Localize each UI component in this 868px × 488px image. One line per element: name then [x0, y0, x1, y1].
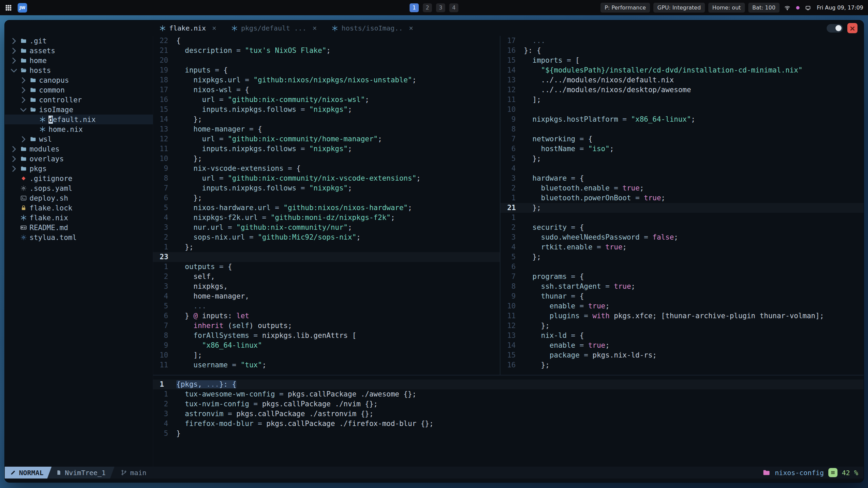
code-line[interactable]: 3 nixpkgs, — [153, 282, 500, 291]
code-line[interactable]: 12 ../../modules/nixos/desktop/awesome — [500, 85, 864, 95]
code-line[interactable]: 9 nix-vscode-extensions = { — [153, 164, 500, 174]
code-line[interactable]: 8 ssh.startAgent = true; — [500, 282, 864, 291]
code-line[interactable]: 23 — [153, 252, 500, 262]
code-line[interactable]: 12 }; — [500, 321, 864, 331]
tree-dir-assets[interactable]: assets — [5, 46, 153, 56]
code-line[interactable]: 14 "${modulesPath}/installer/cd-dvd/inst… — [500, 65, 864, 75]
tree-dir-pkgs[interactable]: pkgs — [5, 164, 153, 174]
code-line[interactable]: 14 enable = true; — [500, 341, 864, 350]
code-line[interactable]: 13 ../../modules/nixos/default.nix — [500, 75, 864, 85]
tree-file--gitignore[interactable]: .gitignore — [5, 174, 153, 183]
code-line[interactable]: 8 — [500, 124, 864, 134]
code-line[interactable]: 20 — [153, 56, 500, 65]
tree-dir-canopus[interactable]: canopus — [5, 75, 153, 85]
code-line[interactable]: 6 } @ inputs: let — [153, 311, 500, 321]
code-line[interactable]: 4 — [500, 164, 864, 174]
tab-pkgs-default-[interactable]: pkgs/default ...× — [229, 24, 319, 32]
tree-file--sops-yaml[interactable]: .sops.yaml — [5, 183, 153, 193]
code-line[interactable]: 7 networking = { — [500, 134, 864, 144]
code-line[interactable]: 9 thunar = { — [500, 291, 864, 301]
code-line[interactable]: 15 inputs.nixpkgs.follows = "nixpkgs"; — [153, 105, 500, 115]
code-line[interactable]: 6 hostName = "iso"; — [500, 144, 864, 154]
code-line[interactable]: 10 }; — [153, 154, 500, 164]
code-line[interactable]: 6 }; — [153, 193, 500, 203]
code-line[interactable]: 1 outputs = { — [153, 262, 500, 272]
apps-launcher-icon[interactable] — [5, 4, 12, 12]
code-line[interactable]: 10 — [500, 105, 864, 115]
code-line[interactable]: 16 }; — [500, 360, 864, 370]
code-line[interactable]: 14 }; — [153, 115, 500, 124]
pin-toggle[interactable] — [827, 24, 843, 33]
tree-file-stylua-toml[interactable]: stylua.toml — [5, 232, 153, 242]
tree-dir-hosts[interactable]: hosts — [5, 65, 153, 75]
tab-close-icon[interactable]: × — [409, 24, 413, 32]
code-line[interactable]: 5 }; — [500, 154, 864, 164]
code-line[interactable]: 7 inputs.nixpkgs.follows = "nixpkgs"; — [153, 183, 500, 193]
code-line[interactable]: 19 inputs = { — [153, 65, 500, 75]
tree-dir-wsl[interactable]: wsl — [5, 134, 153, 144]
close-window-button[interactable]: × — [847, 23, 857, 33]
tree-file-flake-lock[interactable]: flake.lock — [5, 203, 153, 213]
workspace-3[interactable]: 3 — [436, 3, 445, 12]
tree-dir-overlays[interactable]: overlays — [5, 154, 153, 164]
tray-icon[interactable] — [805, 5, 811, 11]
code-line[interactable]: 4 rtkit.enable = true; — [500, 242, 864, 252]
code-line[interactable]: 1 tux-awesome-wm-config = pkgs.callPacka… — [153, 389, 864, 399]
code-line[interactable]: 3 sudo.wheelNeedsPassword = false; — [500, 232, 864, 242]
code-line[interactable]: 13 nix-ld = { — [500, 331, 864, 341]
tab-flake-nix[interactable]: flake.nix× — [157, 24, 219, 32]
workspace-2[interactable]: 2 — [423, 3, 432, 12]
code-line[interactable]: 3 astronvim = pkgs.callPackage ./astronv… — [153, 409, 864, 419]
code-line[interactable]: 3 nur.url = "github:nix-community/nur"; — [153, 223, 500, 232]
code-line[interactable]: 12 url = "github:nix-community/home-mana… — [153, 134, 500, 144]
tree-file-flake-nix[interactable]: flake.nix — [5, 213, 153, 223]
tree-dir-isoimage[interactable]: isoImage — [5, 105, 153, 115]
code-line[interactable]: 2 self, — [153, 272, 500, 282]
code-line[interactable]: 1 bluetooth.powerOnBoot = true; — [500, 193, 864, 203]
code-line[interactable]: 16 url = "github:nix-community/nixos-wsl… — [153, 95, 500, 105]
code-line[interactable]: 22{ — [153, 36, 500, 46]
code-line[interactable]: 4 home-manager, — [153, 291, 500, 301]
code-line[interactable]: 4 nixpkgs-f2k.url = "github:moni-dz/nixp… — [153, 213, 500, 223]
code-line[interactable]: 1 }; — [153, 242, 500, 252]
code-line[interactable]: 9 nixpkgs.hostPlatform = "x86_64-linux"; — [500, 115, 864, 124]
code-line[interactable]: 1{pkgs, ...}: { — [153, 380, 864, 389]
code-line[interactable]: 8 forAllSystems = nixpkgs.lib.genAttrs [ — [153, 331, 500, 341]
code-line[interactable]: 21 description = "tux's NixOS Flake"; — [153, 46, 500, 56]
code-line[interactable]: 1 — [500, 213, 864, 223]
code-line[interactable]: 17 ... — [500, 36, 864, 46]
code-line[interactable]: 3 hardware = { — [500, 174, 864, 183]
tab-close-icon[interactable]: × — [212, 24, 216, 32]
code-line[interactable]: 11 inputs.nixpkgs.follows = "nixpkgs"; — [153, 144, 500, 154]
code-line[interactable]: 17 nixos-wsl = { — [153, 85, 500, 95]
tree-file-home-nix[interactable]: home.nix — [5, 124, 153, 134]
code-line[interactable]: 2 security = { — [500, 223, 864, 232]
code-line[interactable]: 11 ]; — [500, 95, 864, 105]
code-line[interactable]: 5 }; — [500, 252, 864, 262]
code-line[interactable]: 9 "x86_64-linux" — [153, 341, 500, 350]
code-line[interactable]: 5 nixos-hardware.url = "github:nixos/nix… — [153, 203, 500, 213]
code-line[interactable]: 18 nixpkgs.url = "github:nixos/nixpkgs/n… — [153, 75, 500, 85]
tree-dir-home[interactable]: home — [5, 56, 153, 65]
code-line[interactable]: 4 firefox-mod-blur = pkgs.callPackage ./… — [153, 419, 864, 429]
tree-file-deploy-sh[interactable]: deploy.sh — [5, 193, 153, 203]
code-line[interactable]: 8 url = "github:nix-community/nix-vscode… — [153, 174, 500, 183]
code-line[interactable]: 7 programs = { — [500, 272, 864, 282]
code-line[interactable]: 15 imports = [ — [500, 56, 864, 65]
code-line[interactable]: 6 — [500, 262, 864, 272]
distro-logo[interactable]: JW — [18, 3, 27, 13]
workspace-1[interactable]: 1 — [410, 3, 419, 12]
code-line[interactable]: 5} — [153, 429, 864, 439]
code-line[interactable]: 10 enable = true; — [500, 301, 864, 311]
tree-file-default-nix[interactable]: default.nix — [5, 115, 153, 124]
code-line[interactable]: 16}: { — [500, 46, 864, 56]
tree-dir--git[interactable]: .git — [5, 36, 153, 46]
code-line[interactable]: 11 plugins = with pkgs.xfce; [thunar-arc… — [500, 311, 864, 321]
tree-file-readme-md[interactable]: README.md — [5, 223, 153, 232]
code-line[interactable]: 21 }; — [500, 203, 864, 213]
code-line[interactable]: 15 package = pkgs.nix-ld-rs; — [500, 350, 864, 360]
code-line[interactable]: 5 ... — [153, 301, 500, 311]
code-line[interactable]: 2 bluetooth.enable = true; — [500, 183, 864, 193]
tab-hosts-isoimag-[interactable]: hosts/isoImag..× — [329, 24, 416, 32]
status-dot-icon[interactable] — [795, 5, 801, 11]
